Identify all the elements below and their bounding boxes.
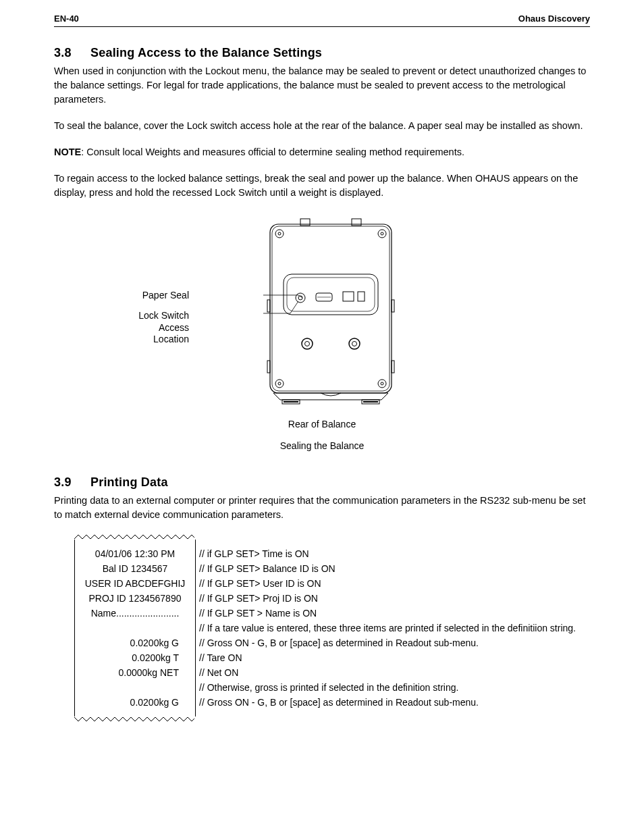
svg-point-8 [275,380,284,388]
balance-rear-diagram [263,212,398,408]
para-3-8-note: NOTE: Consult local Weights and measures… [54,145,590,159]
callout-lock-switch-line2: Access Location [153,322,189,345]
note-text: : Consult local Weights and measures off… [81,147,464,157]
svg-point-14 [296,293,305,303]
explain-line: // Net ON [199,665,590,680]
receipt-line: Bal ID 1234567 [78,561,192,576]
explanation-column: // if GLP SET> Time is ON// If GLP SET> … [199,540,590,716]
receipt-line: 04/01/06 12:30 PM [78,546,192,561]
receipt-line: Name........................ [78,606,192,621]
receipt-line [78,621,192,635]
svg-point-5 [278,232,281,235]
heading-3-8-title: Sealing Access to the Balance Settings [90,46,322,59]
para-3-8-2: To seal the balance, cover the Lock swit… [54,119,590,133]
printout-example: 04/01/06 12:30 PMBal ID 1234567USER ID A… [54,534,590,722]
svg-rect-30 [267,361,270,373]
svg-rect-13 [287,278,375,311]
svg-point-21 [305,342,310,346]
heading-3-8-num: 3.8 [54,46,90,60]
svg-rect-19 [358,292,365,301]
explain-line: // Otherwise, gross is printed if select… [199,680,590,695]
explain-line: // Gross ON - G, B or [space] as determi… [199,695,590,710]
heading-3-8: 3.8Sealing Access to the Balance Setting… [54,46,590,60]
svg-point-7 [381,232,383,235]
receipt-column: 04/01/06 12:30 PMBal ID 1234567USER ID A… [74,540,196,716]
para-3-8-1: When used in conjunction with the Lockou… [54,64,590,107]
receipt-line: 0.0200kg G [78,695,192,710]
explain-line: // Tare ON [199,650,590,665]
header-left: EN-40 [54,14,79,24]
figure-rear-balance: Paper Seal Lock Switch Access Location [54,212,590,455]
svg-rect-27 [363,401,378,402]
receipt-zigzag-bottom-icon [74,716,194,722]
header-right: Ohaus Discovery [518,14,590,24]
callout-lock-switch-line1: Lock Switch [138,310,189,321]
svg-rect-1 [272,226,390,391]
receipt-line: 0.0200kg G [78,635,192,650]
explain-line: // If GLP SET> User ID is ON [199,576,590,591]
explain-line: // If GLP SET> Balance ID is ON [199,561,590,576]
receipt-line: PROJ ID 1234567890 [78,591,192,606]
svg-rect-26 [284,401,298,402]
figure-caption-1: Rear of Balance [54,419,590,429]
svg-point-6 [378,230,386,238]
svg-point-23 [352,342,357,346]
explain-line: // If a tare value is entered, these thr… [199,621,590,635]
page: EN-40 Ohaus Discovery 3.8Sealing Access … [0,0,644,749]
callout-paper-seal: Paper Seal [135,290,189,302]
figure-caption-2: Sealing the Balance [54,440,590,451]
explain-line: // If GLP SET> Proj ID is ON [199,591,590,606]
page-header: EN-40 Ohaus Discovery [54,14,590,27]
svg-rect-28 [267,300,270,312]
explain-line: // if GLP SET> Time is ON [199,546,590,561]
svg-rect-12 [284,274,378,315]
note-label: NOTE [54,147,81,157]
receipt-line: USER ID ABCDEFGHIJ [78,576,192,591]
heading-3-9-num: 3.9 [54,475,90,490]
svg-point-4 [275,230,284,238]
explain-line: // Gross ON - G, B or [space] as determi… [199,635,590,650]
callout-lock-switch: Lock Switch Access Location [122,310,189,346]
svg-point-9 [278,382,281,385]
explain-line: // If GLP SET > Name is ON [199,606,590,621]
heading-3-9: 3.9Printing Data [54,475,590,490]
receipt-line: 0.0000kg NET [78,665,192,680]
para-3-9-1: Printing data to an external computer or… [54,494,590,522]
receipt-zigzag-top-icon [74,534,194,540]
heading-3-9-title: Printing Data [90,475,168,489]
svg-point-10 [378,380,386,388]
receipt-line: 0.0200kg T [78,650,192,665]
svg-point-11 [381,382,383,385]
receipt-line [78,680,192,695]
svg-rect-18 [343,292,354,301]
para-3-8-3: To regain access to the locked balance s… [54,172,590,200]
